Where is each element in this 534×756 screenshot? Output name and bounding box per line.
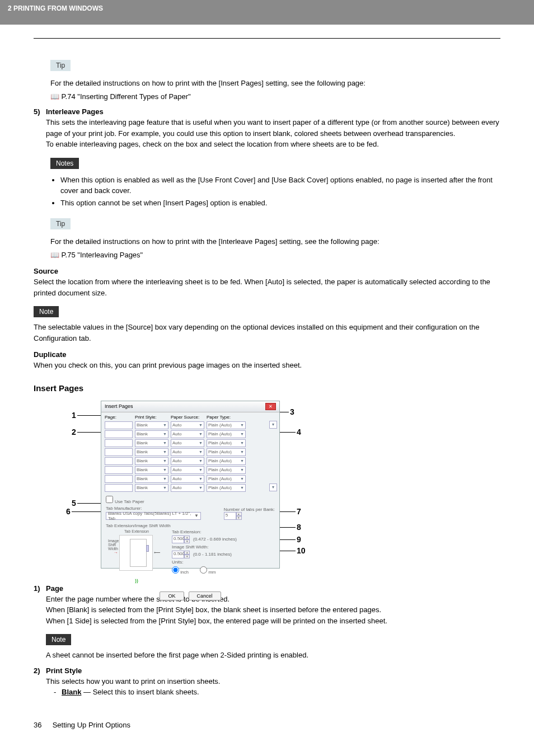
- callout-1: 1: [72, 411, 76, 420]
- table-row: Blank▼ Auto▼ Plain (Auto)▼: [101, 430, 279, 439]
- dash-blank-rest: — Select this to insert blank sheets.: [81, 688, 199, 696]
- cancel-button[interactable]: Cancel: [189, 591, 221, 600]
- note1-p: The selectable values in the [Source] bo…: [34, 322, 500, 344]
- page-input[interactable]: [105, 457, 133, 465]
- source-head: Source: [34, 267, 500, 275]
- tip1-line2: 📖 P.74 "Inserting Different Types of Pap…: [50, 91, 500, 102]
- img-shift-label: Image Shift Width:: [172, 544, 275, 550]
- item1-p3: When [1 Side] is selected from the [Prin…: [46, 616, 500, 627]
- printstyle-dropdown[interactable]: Blank▼: [135, 457, 168, 465]
- item5-p1: This sets the interleaving page feature …: [46, 117, 500, 139]
- papertype-dropdown[interactable]: Plain (Auto)▼: [207, 439, 246, 447]
- callout-10: 10: [297, 546, 306, 555]
- papersource-dropdown[interactable]: Auto▼: [171, 430, 204, 438]
- papertype-dropdown[interactable]: Plain (Auto)▼: [207, 466, 246, 474]
- grid-rows: Blank▼ Auto▼ Plain (Auto)▼ ▾ Blank▼ Auto…: [101, 421, 279, 492]
- papersource-dropdown[interactable]: Auto▼: [171, 448, 204, 456]
- notes-badge: Notes: [50, 158, 79, 169]
- page-header: 2 PRINTING FROM WINDOWS: [0, 0, 534, 25]
- chevron-down-icon: ▼: [199, 423, 203, 427]
- insert-pages-dialog: Insert Pages ✕ Page: Print Style: Paper …: [101, 401, 280, 569]
- notes-list: When this option is enabled as well as t…: [60, 175, 500, 209]
- arrow-right-icon: ⟩: [137, 579, 138, 584]
- page-input[interactable]: [105, 448, 133, 456]
- note2-p: A sheet cannot be inserted before the fi…: [46, 650, 500, 661]
- printstyle-dropdown[interactable]: Blank▼: [135, 484, 168, 492]
- callout-9: 9: [297, 535, 301, 544]
- printstyle-dropdown[interactable]: Blank▼: [135, 421, 168, 429]
- ok-button[interactable]: OK: [160, 591, 184, 600]
- note-badge-2: Note: [46, 634, 71, 645]
- tip-badge-2: Tip: [50, 218, 71, 229]
- col-page: Page:: [105, 415, 133, 420]
- printstyle-dropdown[interactable]: Blank▼: [135, 439, 168, 447]
- papersource-dropdown[interactable]: Auto▼: [171, 439, 204, 447]
- header-title: 2 PRINTING FROM WINDOWS: [8, 4, 103, 12]
- page-number: 36: [34, 721, 50, 729]
- tab-diagram: [119, 535, 153, 571]
- row-side-button[interactable]: ▾: [269, 483, 277, 491]
- printstyle-dropdown[interactable]: Blank▼: [135, 475, 168, 483]
- callout-5: 5: [72, 499, 76, 508]
- papertype-dropdown[interactable]: Plain (Auto)▼: [207, 484, 246, 492]
- tip2-line2: 📖 P.75 "Interleaving Pages": [50, 250, 500, 261]
- tab-ext-head: Tab Extension/Image Shift Width: [106, 523, 275, 528]
- papersource-dropdown[interactable]: Auto▼: [171, 466, 204, 474]
- use-tab-checkbox[interactable]: [106, 496, 113, 503]
- units-inch[interactable]: inch: [172, 566, 189, 575]
- spin-down-icon[interactable]: ▾: [236, 516, 242, 520]
- dash-item-blank: -Blank — Select this to insert blank she…: [54, 688, 500, 696]
- papertype-dropdown[interactable]: Plain (Auto)▼: [207, 448, 246, 456]
- printstyle-dropdown[interactable]: Blank▼: [135, 466, 168, 474]
- papersource-dropdown[interactable]: Auto▼: [171, 457, 204, 465]
- papertype-dropdown[interactable]: Plain (Auto)▼: [207, 457, 246, 465]
- grid-header: Page: Print Style: Paper Source: Paper T…: [101, 412, 279, 421]
- papertype-dropdown[interactable]: Plain (Auto)▼: [207, 421, 246, 429]
- notes-bullet-1: When this option is enabled as well as t…: [60, 175, 500, 196]
- num-tabs-spinner[interactable]: 5▴▾: [224, 512, 242, 520]
- item-5-title: Interleave Pages: [46, 107, 104, 116]
- page-input[interactable]: [105, 430, 133, 438]
- col-papersource: Paper Source:: [171, 415, 204, 420]
- papersource-dropdown[interactable]: Auto▼: [171, 484, 204, 492]
- units-mm-radio[interactable]: [200, 566, 207, 574]
- units-mm[interactable]: mm: [200, 566, 216, 575]
- diagram-tab-ext-label: Tab Extension: [106, 529, 167, 533]
- papertype-dropdown[interactable]: Plain (Auto)▼: [207, 430, 246, 438]
- item-5: 5)Interleave Pages: [34, 107, 500, 116]
- item-1-num: 1): [34, 584, 46, 593]
- page-input[interactable]: [105, 421, 133, 429]
- callout-6: 6: [66, 507, 71, 516]
- row-side-button[interactable]: ▾: [269, 421, 277, 429]
- table-row: Blank▼ Auto▼ Plain (Auto)▼: [101, 475, 279, 483]
- insert-pages-figure: 1 2 5 6 3 4 7 8 9 10 Insert Pages ✕ Page…: [67, 401, 330, 574]
- callout-3: 3: [290, 407, 294, 416]
- chevron-down-icon: ▼: [163, 423, 167, 427]
- callout-8: 8: [297, 523, 301, 532]
- papertype-dropdown[interactable]: Plain (Auto)▼: [207, 475, 246, 483]
- img-shift-spinner[interactable]: 0.500▴▾: [172, 551, 190, 558]
- table-row: Blank▼ Auto▼ Plain (Auto)▼: [101, 439, 279, 448]
- page-input[interactable]: [105, 439, 133, 447]
- page-input[interactable]: [105, 466, 133, 474]
- tab-ext-label: Tab Extension:: [172, 529, 275, 534]
- close-icon[interactable]: ✕: [265, 403, 276, 410]
- printstyle-dropdown[interactable]: Blank▼: [135, 448, 168, 456]
- tab-mfr-dropdown[interactable]: Blanks USA copy Tabs(5Banks) LT + 1/2", …: [106, 512, 201, 520]
- units-inch-radio[interactable]: [172, 566, 179, 574]
- chevron-down-icon: ▼: [194, 513, 199, 518]
- use-tab-row: Use Tab Paper: [106, 496, 275, 504]
- papersource-dropdown[interactable]: Auto▼: [171, 421, 204, 429]
- item5-p2: To enable interleaving pages, check on t…: [46, 139, 500, 150]
- papersource-dropdown[interactable]: Auto▼: [171, 475, 204, 483]
- tab-ext-spinner[interactable]: 0.500▴▾: [172, 536, 190, 543]
- callout-4: 4: [297, 428, 301, 436]
- dialog-title: Insert Pages: [105, 403, 133, 409]
- printstyle-dropdown[interactable]: Blank▼: [135, 430, 168, 438]
- spin-up-icon[interactable]: ▴: [236, 512, 242, 516]
- page-input[interactable]: [105, 484, 133, 492]
- item-2: 2)Print Style: [34, 666, 500, 675]
- tip2-line1: For the detailed instructions on how to …: [50, 236, 500, 247]
- page-input[interactable]: [105, 475, 133, 483]
- tip-badge-1: Tip: [50, 60, 71, 71]
